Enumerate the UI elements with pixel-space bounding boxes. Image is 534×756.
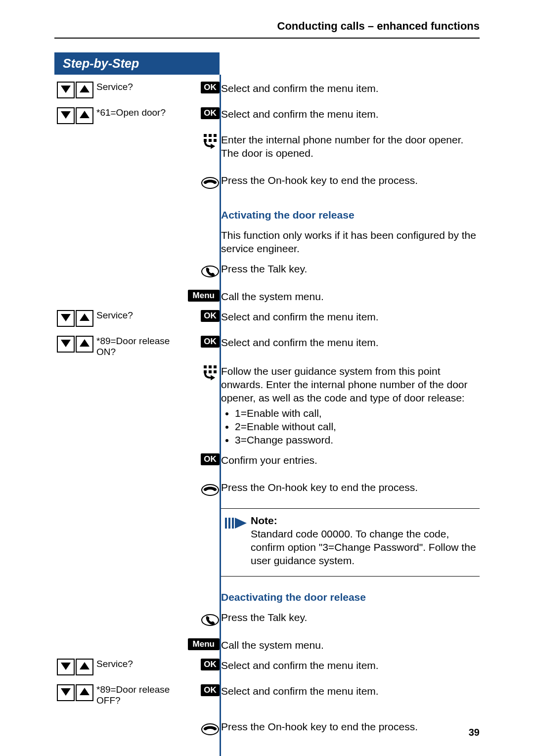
step-row: Press the Talk key. (54, 611, 480, 631)
svg-rect-17 (209, 365, 212, 368)
instruction-text: Call the system menu. (221, 290, 480, 303)
instruction-text: Press the On-hook key to end the process… (221, 481, 480, 501)
section-heading-row: Activating the door release (54, 208, 480, 222)
ok-badge: OK (201, 659, 220, 670)
step-row: OK Confirm your entries. (54, 453, 480, 467)
up-down-arrows-icon (57, 117, 94, 126)
step-row: Press the Talk key. (54, 262, 480, 283)
note-label: Note: (251, 514, 480, 527)
instruction-table: Service? OK Select and confirm the menu … (54, 75, 480, 756)
svg-rect-16 (204, 365, 207, 368)
svg-rect-25 (232, 518, 234, 529)
instruction-text: Select and confirm the menu item. (221, 107, 480, 126)
instruction-text: This function only works if it has been … (221, 228, 480, 255)
up-down-arrows-icon (57, 694, 94, 703)
options-list: 1=Enable with call, 2=Enable without cal… (221, 406, 480, 446)
menu-item-label: *89=Door release OFF? (96, 684, 176, 706)
running-header: Conducting calls – enhanced functions (54, 20, 480, 39)
menu-item-label: *61=Open door? (96, 107, 176, 126)
page-number: 39 (469, 727, 480, 738)
svg-rect-18 (214, 365, 217, 368)
manual-page: Conducting calls – enhanced functions St… (0, 0, 534, 756)
ok-badge: OK (201, 453, 220, 465)
svg-rect-9 (214, 139, 217, 142)
step-row: *89=Door release ON? OK Select and confi… (54, 336, 480, 357)
option-item: 1=Enable with call, (235, 406, 480, 420)
up-down-arrows-icon (57, 668, 94, 677)
step-row: Menu Call the system menu. (54, 290, 480, 303)
step-row: This function only works if it has been … (54, 228, 480, 255)
instruction-text: Select and confirm the menu item. (221, 336, 480, 357)
menu-item-label: Service? (96, 82, 176, 100)
up-down-arrows-icon (57, 91, 94, 100)
up-down-arrows-icon (57, 346, 94, 354)
step-row: Press the On-hook key to end the process… (54, 174, 480, 194)
instruction-text: Press the Talk key. (221, 611, 480, 631)
on-hook-key-icon (201, 492, 220, 501)
svg-rect-21 (214, 370, 217, 373)
step-row: Service? OK Select and confirm the menu … (54, 82, 480, 100)
svg-rect-4 (204, 134, 207, 137)
section-title: Activating the door release (221, 209, 355, 221)
note-row: Note: Standard code 00000. To change the… (54, 508, 480, 577)
svg-rect-24 (228, 518, 230, 529)
instruction-text: Select and confirm the menu item. (221, 684, 480, 706)
menu-item-label: *89=Door release ON? (96, 336, 176, 357)
note-icon (221, 514, 251, 567)
menu-badge: Menu (188, 290, 220, 302)
instruction-text: Press the Talk key. (221, 262, 480, 283)
up-down-arrows-icon (57, 320, 94, 328)
instruction-text: Enter the internal phone number for the … (221, 133, 480, 160)
keypad-icon (202, 144, 220, 152)
step-row: Enter the internal phone number for the … (54, 133, 480, 160)
instruction-text: Press the On-hook key to end the process… (221, 174, 480, 194)
ok-badge: OK (201, 82, 220, 93)
instruction-text: Select and confirm the menu item. (221, 659, 480, 677)
step-row: Press the On-hook key to end the process… (54, 720, 480, 741)
step-row: Follow the user guidance system from thi… (54, 364, 480, 446)
option-item: 2=Enable without call, (235, 420, 480, 433)
step-row: Service? OK Select and confirm the menu … (54, 659, 480, 677)
on-hook-key-icon (201, 732, 220, 740)
ok-badge: OK (201, 684, 220, 696)
note-body: Standard code 00000. To change the code,… (251, 527, 480, 567)
instruction-text: Confirm your entries. (221, 453, 480, 467)
step-row: Menu Call the system menu. (54, 638, 480, 652)
ok-badge: OK (201, 336, 220, 348)
svg-rect-5 (209, 134, 212, 137)
section-title: Deactivating the door release (221, 591, 366, 603)
menu-item-label: Service? (96, 310, 176, 329)
ok-badge: OK (201, 107, 220, 119)
step-row: *89=Door release OFF? OK Select and conf… (54, 684, 480, 706)
talk-key-icon (201, 623, 220, 631)
step-row: Press the On-hook key to end the process… (54, 481, 480, 501)
instruction-text: Press the On-hook key to end the process… (221, 720, 480, 741)
step-row: *61=Open door? OK Select and confirm the… (54, 107, 480, 126)
option-item: 3=Change password. (235, 433, 480, 446)
menu-badge: Menu (188, 638, 220, 650)
on-hook-key-icon (201, 185, 220, 194)
svg-rect-23 (225, 518, 227, 529)
svg-rect-8 (209, 139, 212, 142)
instruction-text: Select and confirm the menu item. (221, 310, 480, 329)
section-heading-row: Deactivating the door release (54, 590, 480, 604)
step-by-step-header: Step-by-Step (54, 52, 220, 75)
svg-rect-20 (209, 370, 212, 373)
instruction-text: Select and confirm the menu item. (221, 82, 480, 100)
instruction-text: Follow the user guidance system from thi… (221, 364, 480, 446)
menu-item-label: Service? (96, 659, 176, 677)
step-row: Service? OK Select and confirm the menu … (54, 310, 480, 329)
ok-badge: OK (201, 310, 220, 322)
instruction-text: Call the system menu. (221, 638, 480, 652)
note-box: Note: Standard code 00000. To change the… (221, 508, 480, 577)
svg-rect-6 (214, 134, 217, 137)
keypad-icon (202, 375, 220, 384)
talk-key-icon (201, 274, 220, 282)
